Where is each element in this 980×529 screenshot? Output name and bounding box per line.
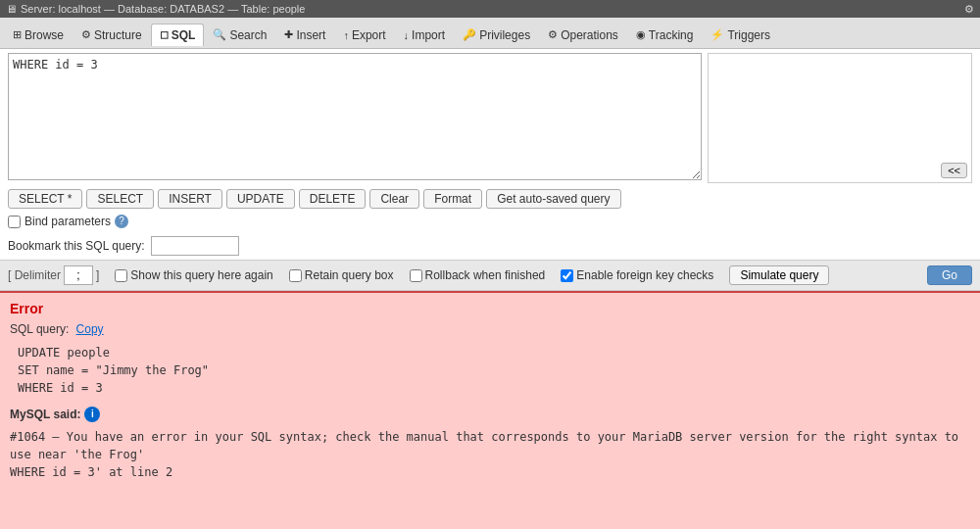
privileges-icon: 🔑 [463, 28, 476, 41]
mysql-said-label: MySQL said: [10, 408, 80, 421]
sql-textarea[interactable]: WHERE id = 3 [8, 53, 702, 180]
sql-icon: ◻ [160, 28, 169, 41]
rollback-checkbox[interactable] [410, 269, 422, 282]
error-line-1: #1064 – You have an error in your SQL sy… [10, 428, 970, 463]
tab-privileges[interactable]: 🔑 Privileges [454, 24, 539, 46]
delimiter-group: [ Delimiter ] [8, 265, 99, 285]
bookmark-input[interactable] [151, 236, 239, 256]
error-line-2: WHERE id = 3' at line 2 [10, 463, 970, 481]
error-message: #1064 – You have an error in your SQL sy… [10, 428, 970, 481]
simulate-query-button[interactable]: Simulate query [729, 265, 829, 285]
nav-tabs: ⊞ Browse ⚙ Structure ◻ SQL 🔍 Search ✚ In… [0, 18, 980, 49]
go-button[interactable]: Go [927, 265, 972, 285]
format-button[interactable]: Format [423, 189, 482, 209]
editor-row: WHERE id = 3 << [8, 53, 972, 183]
tab-search[interactable]: 🔍 Search [204, 24, 275, 46]
collapse-button[interactable]: << [941, 163, 967, 178]
title-bar-text: Server: localhost — Database: DATABAS2 —… [21, 3, 305, 15]
tab-sql[interactable]: ◻ SQL [151, 24, 205, 46]
tab-export[interactable]: ↑ Export [334, 24, 394, 46]
sql-line-3: WHERE id = 3 [18, 379, 970, 397]
sql-line-2: SET name = "Jimmy the Frog" [18, 361, 970, 379]
title-bar-icon: 🖥 [6, 3, 17, 15]
tab-triggers[interactable]: ⚡ Triggers [702, 24, 779, 46]
help-icon[interactable]: ? [115, 215, 128, 228]
settings-icon[interactable]: ⚙ [964, 3, 974, 16]
tracking-icon: ◉ [636, 28, 646, 41]
structure-icon: ⚙ [81, 28, 91, 41]
export-icon: ↑ [343, 29, 349, 41]
right-panel: << [708, 53, 972, 183]
bookmark-label: Bookmark this SQL query: [8, 239, 145, 253]
tab-structure[interactable]: ⚙ Structure [73, 24, 151, 46]
toolbar-row: SELECT * SELECT INSERT UPDATE DELETE Cle… [8, 183, 972, 213]
delimiter-close: ] [96, 268, 99, 282]
triggers-icon: ⚡ [710, 28, 724, 41]
retain-query-label[interactable]: Retain query box [289, 268, 394, 282]
copy-link[interactable]: Copy [76, 322, 104, 336]
bind-params-row: Bind parameters ? [8, 213, 972, 230]
foreign-key-checkbox[interactable] [561, 269, 573, 282]
content-wrapper: WHERE id = 3 << SELECT * SELECT INSERT U… [0, 49, 980, 260]
retain-query-checkbox[interactable] [289, 269, 302, 282]
select-star-button[interactable]: SELECT * [8, 189, 82, 209]
sql-query-label: SQL query: [10, 322, 69, 336]
mysql-icon: i [84, 407, 100, 422]
show-query-checkbox[interactable] [115, 269, 127, 282]
options-row: [ Delimiter ] Show this query here again… [0, 260, 980, 291]
update-button[interactable]: UPDATE [226, 189, 295, 209]
rollback-label[interactable]: Rollback when finished [410, 268, 546, 282]
show-query-label[interactable]: Show this query here again [115, 268, 272, 282]
sql-code-block: UPDATE people SET name = "Jimmy the Frog… [18, 344, 970, 397]
error-title: Error [10, 301, 970, 316]
insert-button[interactable]: INSERT [158, 189, 222, 209]
title-bar-left: 🖥 Server: localhost — Database: DATABAS2… [6, 3, 305, 15]
sql-query-line: SQL query: Copy [10, 322, 970, 336]
mysql-said-row: MySQL said: i [10, 407, 970, 422]
import-icon: ↓ [404, 29, 410, 41]
editor-left: WHERE id = 3 [8, 53, 702, 183]
error-section: Error SQL query: Copy UPDATE people SET … [0, 291, 980, 529]
tab-import[interactable]: ↓ Import [395, 24, 455, 46]
bind-params-checkbox[interactable] [8, 216, 21, 228]
sql-line-1: UPDATE people [18, 344, 970, 361]
select-button[interactable]: SELECT [86, 189, 154, 209]
tab-operations[interactable]: ⚙ Operations [539, 24, 627, 46]
title-bar: 🖥 Server: localhost — Database: DATABAS2… [0, 0, 980, 18]
browse-icon: ⊞ [13, 28, 22, 41]
search-icon: 🔍 [213, 28, 226, 41]
delimiter-input[interactable] [64, 265, 93, 285]
tab-browse[interactable]: ⊞ Browse [4, 24, 73, 46]
tab-insert[interactable]: ✚ Insert [275, 24, 334, 46]
page-wrapper: 🖥 Server: localhost — Database: DATABAS2… [0, 0, 980, 529]
delimiter-open: [ Delimiter [8, 268, 61, 282]
clear-button[interactable]: Clear [369, 189, 419, 209]
auto-saved-button[interactable]: Get auto-saved query [486, 189, 620, 209]
insert-icon: ✚ [284, 28, 293, 41]
delete-button[interactable]: DELETE [299, 189, 367, 209]
bind-params-label: Bind parameters [24, 215, 111, 228]
operations-icon: ⚙ [548, 28, 558, 41]
foreign-key-label[interactable]: Enable foreign key checks [561, 268, 713, 282]
tab-tracking[interactable]: ◉ Tracking [627, 24, 703, 46]
bookmark-row: Bookmark this SQL query: [8, 230, 972, 260]
